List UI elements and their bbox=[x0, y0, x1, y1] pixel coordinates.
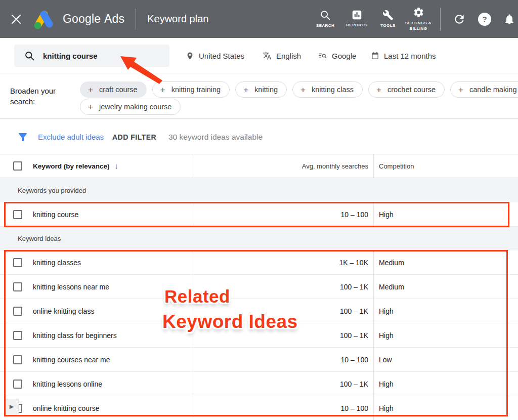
column-header-competition[interactable]: Competition bbox=[373, 154, 518, 178]
competition-cell: High bbox=[373, 202, 518, 226]
section-band-keywords-you-provided: Keywords you provided bbox=[0, 178, 518, 202]
avg-searches-cell: 100 – 1K bbox=[194, 372, 373, 396]
search-network-icon bbox=[318, 51, 327, 61]
section-band-keyword-ideas: Keyword ideas bbox=[0, 227, 518, 250]
table-header-row: Keyword (by relevance)↓ Avg. monthly sea… bbox=[0, 154, 518, 178]
avg-searches-cell: 100 – 1K bbox=[194, 275, 373, 299]
chip-knitting[interactable]: +knitting bbox=[235, 81, 287, 98]
keyword-cell: knitting lessons online bbox=[33, 380, 102, 388]
nav-reports[interactable]: REPORTS bbox=[341, 10, 372, 28]
filter-bar: Exclude adult ideas ADD FILTER 30 keywor… bbox=[0, 119, 518, 154]
row-checkbox[interactable] bbox=[13, 331, 22, 340]
location-filter[interactable]: United States bbox=[186, 38, 244, 73]
keyword-cell: knitting classes bbox=[33, 259, 81, 267]
close-icon[interactable] bbox=[11, 14, 21, 24]
help-icon: ? bbox=[478, 13, 491, 26]
chip-candle-making-course[interactable]: +candle making course bbox=[450, 81, 518, 98]
plus-icon: + bbox=[88, 86, 93, 94]
bell-icon bbox=[503, 13, 515, 25]
search-query-text: knitting course bbox=[43, 52, 98, 60]
row-checkbox[interactable] bbox=[13, 380, 22, 389]
keyword-cell: knitting course bbox=[33, 211, 78, 219]
exclude-adult-ideas-link[interactable]: Exclude adult ideas bbox=[38, 119, 104, 154]
translate-icon bbox=[263, 51, 272, 60]
table-row[interactable]: knitting course 10 – 100 High bbox=[0, 202, 518, 227]
avg-searches-cell: 1K – 10K bbox=[194, 250, 373, 274]
tools-icon bbox=[382, 10, 394, 21]
filter-funnel-icon[interactable] bbox=[17, 131, 29, 143]
nav-search[interactable]: SEARCH bbox=[310, 10, 341, 29]
help-button[interactable]: ? bbox=[478, 13, 491, 26]
table-row[interactable]: knitting lessons online 100 – 1K High bbox=[0, 372, 518, 396]
topbar-right: ? bbox=[440, 0, 515, 38]
keyword-cell: online knitting class bbox=[33, 307, 94, 315]
plus-icon: + bbox=[376, 86, 381, 94]
refresh-icon bbox=[453, 13, 466, 26]
table-row[interactable]: knitting class for beginners 100 – 1K Hi… bbox=[0, 323, 518, 348]
table-row[interactable]: knitting lessons near me 100 – 1K Medium bbox=[0, 275, 518, 299]
row-checkbox[interactable] bbox=[13, 258, 22, 267]
chip-crochet-course[interactable]: +crochet course bbox=[368, 81, 445, 98]
chip-knitting-class[interactable]: +knitting class bbox=[292, 81, 363, 98]
product-name: Google Ads bbox=[63, 12, 124, 26]
avg-searches-cell: 10 – 100 bbox=[194, 348, 373, 371]
reports-icon bbox=[352, 10, 362, 20]
column-header-avg-monthly-searches[interactable]: Avg. monthly searches bbox=[194, 154, 373, 178]
top-app-bar: Google Ads Keyword plan SEARCH REPORTS T… bbox=[0, 0, 518, 38]
search-icon bbox=[320, 10, 331, 21]
competition-cell: Low bbox=[373, 348, 518, 371]
google-ads-logo-icon bbox=[32, 9, 56, 29]
row-checkbox[interactable] bbox=[13, 210, 22, 219]
keyword-table: Keyword (by relevance)↓ Avg. monthly sea… bbox=[0, 154, 518, 420]
notifications-button[interactable] bbox=[503, 13, 515, 25]
table-row[interactable]: knitting courses near me 10 – 100 Low bbox=[0, 348, 518, 372]
competition-cell: High bbox=[373, 299, 518, 323]
row-checkbox[interactable] bbox=[13, 355, 22, 364]
settings-gear-icon bbox=[413, 7, 424, 18]
sort-descending-icon: ↓ bbox=[115, 161, 119, 170]
plus-icon: + bbox=[160, 86, 165, 94]
select-all-checkbox[interactable] bbox=[13, 161, 22, 171]
row-checkbox[interactable] bbox=[13, 307, 22, 316]
keyword-cell: knitting courses near me bbox=[33, 356, 110, 364]
nav-tools[interactable]: TOOLS bbox=[372, 10, 404, 29]
keyword-search-input[interactable]: knitting course bbox=[14, 45, 169, 67]
network-filter[interactable]: Google bbox=[318, 38, 356, 73]
avg-searches-cell: 100 – 1K bbox=[194, 299, 373, 323]
language-filter[interactable]: English bbox=[263, 38, 301, 73]
topbar-divider bbox=[440, 8, 441, 31]
row-checkbox[interactable] bbox=[13, 282, 22, 291]
table-row[interactable]: online knitting class 100 – 1K High bbox=[0, 299, 518, 323]
keyword-cell: online knitting course bbox=[33, 404, 100, 412]
competition-cell: High bbox=[373, 323, 518, 347]
plus-icon: + bbox=[458, 86, 463, 94]
avg-searches-cell: 10 – 100 bbox=[194, 202, 373, 226]
page-title: Keyword plan bbox=[147, 13, 208, 25]
date-range-filter[interactable]: Last 12 months bbox=[371, 38, 436, 73]
avg-searches-cell: 10 – 100 bbox=[194, 396, 373, 420]
broaden-search-section: Broaden your search: +craft course +knit… bbox=[0, 74, 518, 119]
chip-jewelry-making-course[interactable]: +jewelry making course bbox=[80, 99, 181, 115]
keyword-cell: knitting lessons near me bbox=[33, 283, 109, 291]
plus-icon: + bbox=[88, 103, 93, 111]
column-header-keyword[interactable]: Keyword (by relevance)↓ bbox=[33, 161, 118, 171]
broaden-search-label: Broaden your search: bbox=[10, 86, 69, 107]
chip-craft-course[interactable]: +craft course bbox=[80, 81, 147, 98]
chip-knitting-training[interactable]: +knitting training bbox=[152, 81, 230, 98]
suggestion-chips-row-2: +jewelry making course bbox=[80, 99, 181, 115]
table-row[interactable]: online knitting course 10 – 100 High bbox=[0, 396, 518, 420]
panel-expander-button[interactable]: ▶ bbox=[5, 399, 19, 414]
topbar-left: Google Ads Keyword plan bbox=[0, 0, 208, 38]
add-filter-button[interactable]: ADD FILTER bbox=[112, 119, 156, 154]
avg-searches-cell: 100 – 1K bbox=[194, 323, 373, 347]
competition-cell: Medium bbox=[373, 250, 518, 274]
competition-cell: Medium bbox=[373, 275, 518, 299]
competition-cell: High bbox=[373, 372, 518, 396]
plus-icon: + bbox=[243, 86, 248, 94]
topbar-nav: SEARCH REPORTS TOOLS SETTINGS & BILLING bbox=[310, 0, 433, 38]
nav-settings-billing[interactable]: SETTINGS & BILLING bbox=[404, 7, 433, 32]
table-row[interactable]: knitting classes 1K – 10K Medium bbox=[0, 250, 518, 275]
competition-cell: High bbox=[373, 396, 518, 420]
search-settings-row: knitting course United States English Go… bbox=[0, 38, 518, 73]
refresh-button[interactable] bbox=[453, 13, 466, 26]
